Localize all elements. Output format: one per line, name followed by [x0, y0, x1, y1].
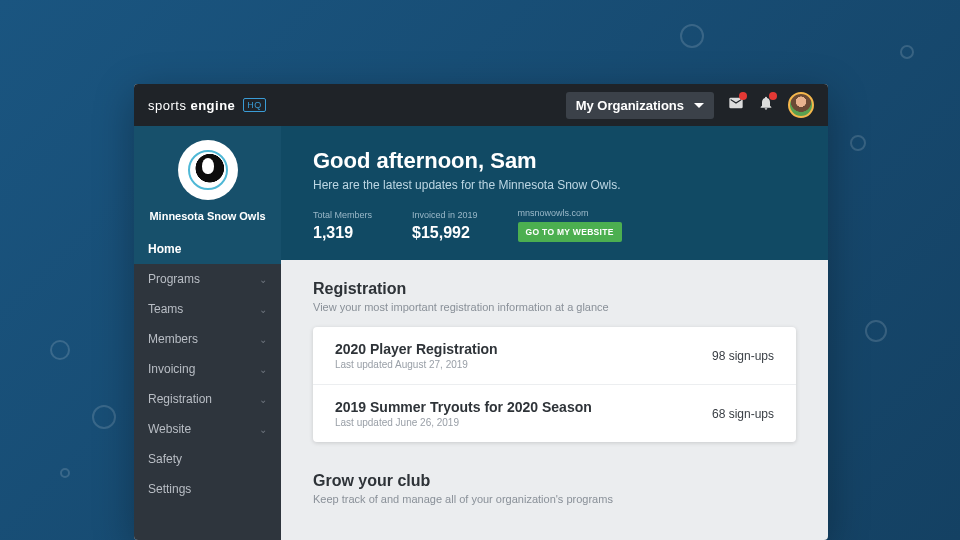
- chevron-down-icon: ⌄: [259, 334, 267, 345]
- bell-icon[interactable]: [758, 95, 774, 115]
- sidebar-item-members[interactable]: Members ⌄: [134, 324, 281, 354]
- section-subtitle: Keep track of and manage all of your org…: [313, 493, 796, 505]
- stats-row: Total Members 1,319 Invoiced in 2019 $15…: [313, 208, 796, 242]
- sidebar-item-registration[interactable]: Registration ⌄: [134, 384, 281, 414]
- greeting: Good afternoon, Sam: [313, 148, 796, 174]
- sidebar-item-programs[interactable]: Programs ⌄: [134, 264, 281, 294]
- notification-dot: [739, 92, 747, 100]
- sidebar-item-label: Safety: [148, 452, 182, 466]
- go-to-website-button[interactable]: GO TO MY WEBSITE: [518, 222, 622, 242]
- sidebar-item-label: Settings: [148, 482, 191, 496]
- chevron-down-icon: ⌄: [259, 394, 267, 405]
- sidebar-item-settings[interactable]: Settings: [134, 474, 281, 504]
- sidebar-item-safety[interactable]: Safety: [134, 444, 281, 474]
- messages-icon[interactable]: [728, 95, 744, 115]
- app-body: Minnesota Snow Owls Home Programs ⌄ Team…: [134, 126, 828, 540]
- org-block: Minnesota Snow Owls: [134, 126, 281, 234]
- chevron-down-icon: ⌄: [259, 364, 267, 375]
- org-selector[interactable]: My Organizations: [566, 92, 714, 119]
- chevron-down-icon: ⌄: [259, 424, 267, 435]
- stat-label: Invoiced in 2019: [412, 210, 478, 220]
- brand-logo[interactable]: sportsengine HQ: [148, 98, 266, 113]
- section-title-registration: Registration: [313, 280, 796, 298]
- stat-invoiced: Invoiced in 2019 $15,992: [412, 210, 478, 242]
- website-url: mnsnowowls.com: [518, 208, 622, 218]
- sidebar-item-website[interactable]: Website ⌄: [134, 414, 281, 444]
- sidebar-item-teams[interactable]: Teams ⌄: [134, 294, 281, 324]
- main-panel: Good afternoon, Sam Here are the latest …: [281, 126, 828, 540]
- hero: Good afternoon, Sam Here are the latest …: [281, 126, 828, 260]
- registration-row[interactable]: 2020 Player Registration Last updated Au…: [313, 327, 796, 385]
- stat-members: Total Members 1,319: [313, 210, 372, 242]
- avatar[interactable]: [788, 92, 814, 118]
- signups-count: 98 sign-ups: [712, 349, 774, 363]
- sidebar-item-label: Registration: [148, 392, 212, 406]
- registration-row[interactable]: 2019 Summer Tryouts for 2020 Season Last…: [313, 385, 796, 442]
- sidebar-item-label: Teams: [148, 302, 183, 316]
- sidebar-item-label: Programs: [148, 272, 200, 286]
- sidebar: Minnesota Snow Owls Home Programs ⌄ Team…: [134, 126, 281, 540]
- org-logo[interactable]: [178, 140, 238, 200]
- section-subtitle: View your most important registration in…: [313, 301, 796, 313]
- brand-hq-badge: HQ: [243, 98, 266, 112]
- greeting-subtitle: Here are the latest updates for the Minn…: [313, 178, 796, 192]
- app-window: sportsengine HQ My Organizations: [134, 84, 828, 540]
- content: Registration View your most important re…: [281, 260, 828, 540]
- registration-title: 2020 Player Registration: [335, 341, 498, 357]
- chevron-down-icon: ⌄: [259, 304, 267, 315]
- sidebar-item-label: Website: [148, 422, 191, 436]
- section-title-grow: Grow your club: [313, 472, 796, 490]
- topbar-right: My Organizations: [566, 92, 814, 119]
- registration-updated: Last updated August 27, 2019: [335, 359, 498, 370]
- signups-count: 68 sign-ups: [712, 407, 774, 421]
- org-name: Minnesota Snow Owls: [140, 210, 275, 222]
- stat-label: Total Members: [313, 210, 372, 220]
- sidebar-item-label: Invoicing: [148, 362, 195, 376]
- org-selector-label: My Organizations: [576, 98, 684, 113]
- stat-value: $15,992: [412, 224, 478, 242]
- registration-updated: Last updated June 26, 2019: [335, 417, 592, 428]
- chevron-down-icon: [694, 103, 704, 108]
- brand-prefix: sports: [148, 98, 186, 113]
- sidebar-item-invoicing[interactable]: Invoicing ⌄: [134, 354, 281, 384]
- page-background: sportsengine HQ My Organizations: [0, 0, 960, 540]
- stat-value: 1,319: [313, 224, 372, 242]
- brand-bold: engine: [190, 98, 235, 113]
- notification-dot: [769, 92, 777, 100]
- chevron-down-icon: ⌄: [259, 274, 267, 285]
- sidebar-nav: Home Programs ⌄ Teams ⌄ Members ⌄: [134, 234, 281, 504]
- sidebar-item-home[interactable]: Home: [134, 234, 281, 264]
- topbar: sportsengine HQ My Organizations: [134, 84, 828, 126]
- sidebar-item-label: Members: [148, 332, 198, 346]
- registration-title: 2019 Summer Tryouts for 2020 Season: [335, 399, 592, 415]
- registration-card: 2020 Player Registration Last updated Au…: [313, 327, 796, 442]
- stat-website: mnsnowowls.com GO TO MY WEBSITE: [518, 208, 622, 242]
- owl-puck-icon: [188, 150, 228, 190]
- sidebar-item-label: Home: [148, 242, 181, 256]
